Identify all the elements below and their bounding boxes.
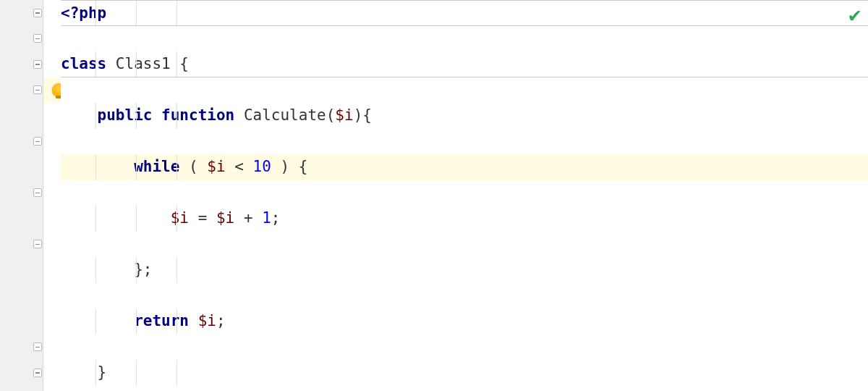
indent-guide — [136, 1, 137, 25]
indent-guide — [95, 51, 96, 77]
indent-guide — [176, 206, 177, 232]
indent-guide — [136, 51, 137, 77]
fold-collapse-icon[interactable] — [0, 51, 43, 77]
token-punct: Class1 { — [116, 55, 189, 72]
gutter-extra — [43, 0, 61, 391]
token-punct: ; — [216, 312, 226, 329]
fold-collapse-icon[interactable] — [0, 232, 43, 258]
token-punct: + — [234, 209, 262, 227]
code-line[interactable]: } — [61, 360, 868, 386]
token-var: $i — [198, 312, 216, 329]
fold-end-icon[interactable] — [0, 129, 43, 155]
token-kw: class — [61, 55, 116, 72]
fold-end-icon[interactable] — [0, 360, 43, 386]
token-punct: = — [189, 209, 216, 227]
fold-collapse-icon[interactable] — [0, 0, 43, 26]
code-line[interactable]: <?php — [61, 0, 868, 26]
token-ws — [61, 363, 98, 381]
token-var: $i — [216, 209, 234, 227]
indent-guide — [136, 308, 137, 335]
code-line[interactable]: while ( $i < 10 ) { — [61, 154, 868, 180]
token-var: $i — [335, 106, 353, 124]
code-line[interactable]: $i = $i + 1; — [61, 206, 868, 232]
indent-guide — [176, 51, 177, 77]
token-kw: return — [134, 312, 198, 329]
code-line[interactable]: return $i; — [61, 308, 868, 335]
token-ws — [61, 312, 134, 329]
fold-end-icon[interactable] — [0, 180, 43, 206]
indent-guide — [95, 257, 96, 283]
code-area[interactable]: ✔ <?phpclass Class1 { public function Ca… — [61, 0, 868, 391]
indent-guide — [136, 103, 137, 129]
token-punct: ; — [271, 209, 281, 227]
token-ws — [61, 106, 98, 124]
indent-guide — [176, 1, 177, 25]
indent-guide — [136, 154, 137, 180]
token-punct: ( — [189, 158, 207, 175]
token-punct: < — [226, 158, 253, 175]
indent-guide — [136, 206, 137, 232]
token-punct: ( — [326, 106, 336, 124]
code-line[interactable]: class Class1 { — [61, 51, 868, 77]
token-kw: while — [134, 158, 189, 175]
token-ws — [61, 158, 134, 175]
indent-guide — [176, 360, 177, 386]
indent-guide — [95, 308, 96, 335]
token-ws — [61, 209, 171, 227]
indent-guide — [176, 154, 177, 180]
token-fn-name: Calculate — [244, 106, 326, 124]
fold-collapse-icon[interactable] — [0, 77, 43, 104]
indent-guide — [176, 308, 177, 335]
code-editor: ✔ <?phpclass Class1 { public function Ca… — [0, 0, 868, 391]
token-num: 10 — [253, 158, 271, 175]
token-num: 1 — [262, 209, 271, 227]
code-line[interactable]: public function Calculate($i){ — [61, 103, 868, 129]
token-php-tag: <?php — [61, 4, 106, 22]
indent-guide — [95, 154, 96, 180]
indent-guide — [136, 360, 137, 386]
token-punct: ) { — [271, 158, 308, 175]
indent-guide — [95, 103, 96, 129]
gutter — [0, 0, 43, 391]
token-punct: } — [98, 363, 107, 381]
indent-guide — [176, 257, 177, 283]
token-kw: public function — [98, 106, 244, 124]
fold-collapse-icon[interactable] — [0, 26, 43, 52]
indent-guide — [95, 360, 96, 386]
token-var: $i — [171, 209, 189, 227]
indent-guide — [136, 257, 137, 283]
token-punct: ){ — [354, 106, 372, 124]
indent-guide — [176, 103, 177, 129]
indent-guide — [95, 206, 96, 232]
fold-end-icon[interactable] — [0, 335, 43, 361]
code-line[interactable]: }; — [61, 257, 868, 283]
token-ws — [61, 261, 134, 278]
token-var: $i — [207, 158, 225, 175]
indent-guide — [95, 1, 96, 25]
